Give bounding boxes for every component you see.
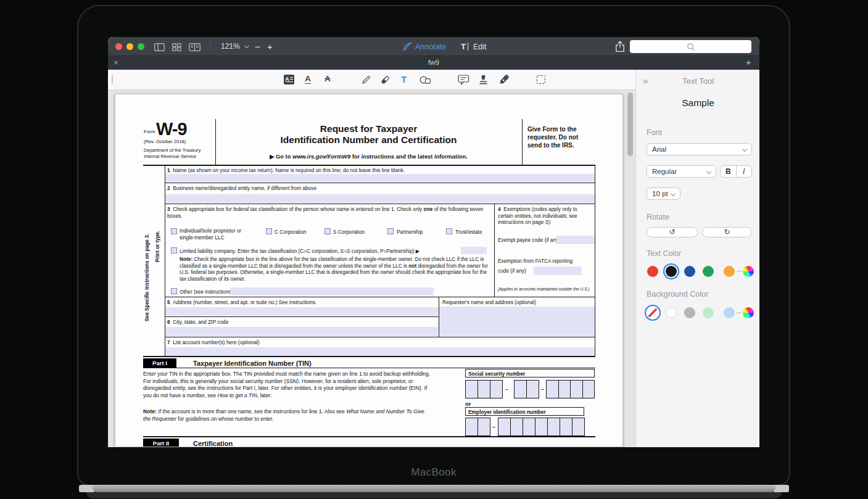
bg-color-custom-swatch[interactable] [743,307,754,318]
checkbox-individual[interactable] [171,228,177,234]
line2-field[interactable] [165,194,595,203]
text-color-orange-swatch[interactable] [724,266,735,277]
zoom-level[interactable]: 121% [221,42,240,51]
zoom-out-button[interactable]: − [255,41,260,52]
ein-cell[interactable] [572,418,584,435]
shapes-icon[interactable] [420,75,431,87]
bg-color-none-swatch[interactable] [647,307,658,318]
requester-field[interactable] [439,307,595,336]
two-page-view-icon[interactable] [189,43,200,54]
minimize-window-button[interactable] [126,43,133,50]
underline-text-icon[interactable]: A [305,74,311,84]
other-field[interactable] [230,287,434,295]
thumbnails-view-icon[interactable] [172,43,181,54]
titlebar: 121% − + Annotate T Edit [108,37,759,56]
search-input[interactable] [630,40,751,53]
new-tab-button[interactable]: + [746,57,751,67]
text-color-red-swatch[interactable] [647,266,658,277]
ssn-cell[interactable] [558,381,571,398]
text-tool-icon[interactable]: T [401,74,407,85]
text-color-blue-swatch[interactable] [684,266,695,277]
zoom-dropdown-chevron-icon[interactable] [244,43,249,48]
close-window-button[interactable] [115,43,122,50]
rotate-ccw-button[interactable]: ↺ [647,227,698,237]
comment-icon[interactable] [458,75,469,88]
give-form-note: Give Form to the requester. Do not send … [527,125,593,149]
text-color-black-swatch[interactable] [666,266,677,277]
vertical-scrollbar[interactable] [627,93,633,156]
checkbox-s-corporation[interactable] [324,228,331,234]
strikethrough-text-icon[interactable]: A [324,74,331,83]
macbook-label: MacBook [77,466,790,479]
ssn-cell[interactable] [515,381,526,398]
checkbox-c-corporation[interactable] [266,228,272,234]
ssn-cell[interactable] [490,381,502,398]
ssn-cell[interactable] [466,381,477,398]
ssn-cell[interactable] [582,381,595,398]
edit-text-icon[interactable]: T [461,42,466,51]
share-icon[interactable] [615,41,625,55]
ssn-cell[interactable] [570,381,582,398]
ein-cell[interactable] [477,418,490,435]
pdf-page-w9: Form W-9 (Rev. October 2018) Department … [115,94,623,447]
rotate-ccw-icon: ↺ [669,228,675,236]
sidebar-view-icon[interactable] [154,43,165,54]
ein-group-1 [465,418,490,436]
line5-field[interactable] [165,307,438,316]
font-family-select[interactable]: Arial [647,143,752,155]
tab-title[interactable]: fw9 [108,59,759,66]
ssn-box-label: Social security number [465,369,595,377]
zoom-window-button[interactable] [138,43,144,50]
part1-title: Taxpayer Identification Number (TIN) [193,359,312,368]
font-size-select[interactable]: 10 pt [647,188,680,200]
ssn-group-1 [465,380,503,398]
line1-field[interactable] [165,174,595,182]
ssn-cell[interactable] [547,381,558,398]
italic-button[interactable]: I [737,166,752,177]
line6-field[interactable] [165,327,438,336]
ein-cell[interactable] [535,418,547,435]
option-individual-label: Individual/sole proprietor or single-mem… [180,228,256,241]
ssn-cell[interactable] [526,381,539,398]
annotate-pen-icon[interactable] [402,42,413,54]
tab-edit[interactable]: Edit [473,43,487,51]
llc-classification-field[interactable] [461,247,487,254]
exempt-payee-field[interactable] [556,236,595,244]
checkbox-llc[interactable] [171,247,177,254]
rotate-cw-button[interactable]: ↻ [702,227,752,237]
ein-cell[interactable] [510,418,523,435]
sidebar-title: Text Tool [636,76,759,86]
ein-cell[interactable] [560,418,572,435]
ein-cell[interactable] [523,418,535,435]
font-style-select[interactable]: Regular [647,165,716,178]
toolbar-drag-handle[interactable] [112,75,113,84]
checkbox-partnership[interactable] [387,228,394,234]
eraser-icon[interactable] [380,75,391,88]
zoom-in-button[interactable]: + [267,41,273,52]
text-style-preview[interactable]: Sample [636,97,759,109]
ein-cell[interactable] [498,418,510,435]
text-color-custom-swatch[interactable] [743,266,754,277]
ssn-cell[interactable] [477,381,490,398]
rotate-section-label: Rotate [647,213,669,221]
tab-annotate[interactable]: Annotate [415,43,446,51]
checkbox-trust-estate[interactable] [446,228,452,234]
highlight-markup-icon[interactable]: A [284,75,294,85]
option-c-corp-label: C Corporation [275,229,307,236]
bg-color-green-swatch[interactable] [703,307,714,318]
signature-pen-icon[interactable] [498,74,510,88]
bg-color-white-swatch[interactable] [666,307,677,318]
ein-cell[interactable] [466,418,477,435]
pencil-icon[interactable] [361,75,371,88]
fatca-field[interactable] [534,266,582,275]
ssn-group-2 [514,380,539,398]
bg-color-blue-swatch[interactable] [724,307,735,318]
stamp-icon[interactable] [478,74,489,88]
bold-button[interactable]: B [721,166,737,177]
line7-field[interactable] [165,347,595,356]
text-color-green-swatch[interactable] [703,266,714,277]
checkbox-other[interactable] [171,288,177,294]
select-area-icon[interactable] [537,75,545,84]
ein-cell[interactable] [547,418,560,435]
bg-color-gray-swatch[interactable] [684,307,695,318]
